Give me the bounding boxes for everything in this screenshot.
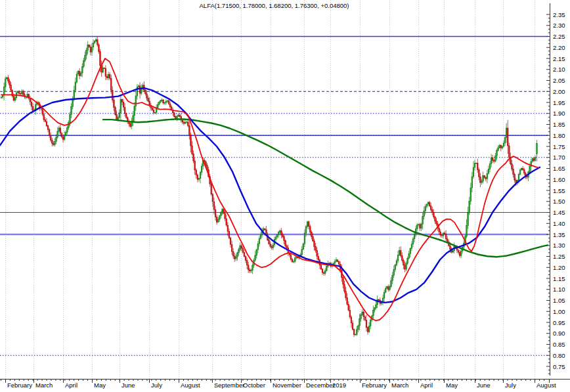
candle-body: [251, 271, 252, 271]
candle-body: [212, 194, 213, 202]
candle-body: [108, 74, 109, 78]
candle-body: [429, 202, 430, 206]
candle-body: [42, 108, 43, 114]
candle-body: [133, 116, 134, 121]
candle-body: [5, 79, 6, 87]
y-axis-label: 2.10: [553, 66, 565, 73]
candle-body: [475, 163, 477, 163]
candle-body: [3, 87, 5, 95]
candle-body: [100, 51, 101, 65]
candle-body: [368, 326, 370, 332]
candle-body: [192, 146, 193, 154]
candle-body: [347, 298, 348, 305]
candle-body: [242, 248, 244, 253]
candle-body: [433, 213, 435, 217]
candle-body: [14, 98, 16, 100]
candle-body: [317, 251, 318, 257]
candle-body: [428, 202, 429, 204]
candle-body: [529, 167, 531, 172]
x-axis-month-label: June: [477, 381, 491, 389]
candle-body: [450, 246, 451, 249]
candle-body: [385, 288, 386, 292]
x-axis-month-label: May: [94, 381, 106, 389]
candle-body: [496, 150, 498, 156]
candle-body: [252, 265, 253, 271]
y-axis-label: 1.45: [553, 209, 565, 216]
candle-body: [154, 112, 156, 113]
y-axis-label: 1.10: [553, 286, 565, 293]
y-axis-label: 1.95: [553, 99, 565, 106]
candle-body: [178, 116, 179, 117]
candle-body: [162, 100, 163, 100]
candle-body: [378, 299, 380, 300]
candle-body: [182, 120, 183, 122]
candle-body: [120, 99, 121, 113]
candle-body: [356, 330, 357, 334]
y-axis-label: 2.35: [553, 11, 565, 18]
candle-body: [323, 272, 324, 273]
candle-body: [489, 163, 491, 169]
candle-body: [384, 292, 385, 298]
candle-body: [200, 172, 201, 178]
candle-body: [470, 188, 471, 202]
candle-body: [164, 102, 165, 103]
candle-body: [338, 261, 340, 264]
candle-body: [503, 143, 504, 146]
candle-body: [139, 86, 141, 93]
candle-body: [245, 257, 246, 261]
candle-body: [294, 258, 296, 261]
candle-body: [23, 91, 24, 95]
candle-body: [518, 174, 519, 180]
y-axis-label: 1.85: [553, 121, 565, 128]
candle-body: [498, 148, 499, 150]
y-axis-label: 1.15: [553, 275, 565, 282]
y-axis-label: 0.95: [553, 319, 565, 326]
candle-body: [146, 94, 148, 98]
candle-body: [395, 265, 396, 270]
candle-body: [217, 219, 219, 222]
x-axis-month-label: May: [446, 381, 458, 389]
price-chart[interactable]: 2.352.302.252.202.152.102.052.001.951.90…: [0, 0, 570, 392]
candle-body: [50, 135, 51, 140]
candle-body: [60, 128, 61, 133]
candle-body: [256, 250, 257, 255]
candle-body: [519, 170, 521, 175]
candle-body: [102, 68, 104, 72]
candle-body: [286, 246, 288, 248]
candle-body: [240, 246, 241, 250]
candle-body: [485, 177, 487, 179]
candle-body: [322, 269, 323, 272]
y-axis-label: 1.50: [553, 198, 565, 205]
candle-body: [393, 270, 395, 276]
candle-body: [57, 131, 58, 137]
candle-body: [249, 270, 250, 271]
candle-body: [373, 310, 374, 316]
candle-body: [260, 235, 261, 238]
candle-body: [159, 102, 160, 104]
candle-body: [238, 250, 240, 253]
candle-body: [303, 244, 304, 249]
candle-body: [296, 257, 297, 258]
candle-body: [74, 90, 75, 98]
candle-body: [366, 320, 367, 328]
candle-body: [392, 275, 393, 281]
candle-body: [420, 225, 421, 229]
candle-body: [177, 116, 178, 118]
candle-body: [410, 248, 411, 253]
candle-body: [22, 91, 23, 94]
candle-body: [46, 121, 47, 126]
candle-body: [397, 255, 399, 261]
candle-body: [324, 271, 326, 273]
candle-body: [149, 101, 150, 105]
candle-body: [487, 173, 488, 179]
candle-body: [31, 102, 32, 106]
candle-body: [508, 146, 510, 158]
y-axis-label: 1.25: [553, 253, 565, 260]
candle-body: [110, 78, 112, 90]
candle-body: [523, 169, 525, 173]
candle-body: [227, 225, 229, 231]
y-axis-label: 1.05: [553, 297, 565, 304]
y-axis-label: 1.55: [553, 187, 565, 194]
candle-body: [53, 143, 55, 144]
x-axis-month-label: February: [7, 381, 32, 389]
